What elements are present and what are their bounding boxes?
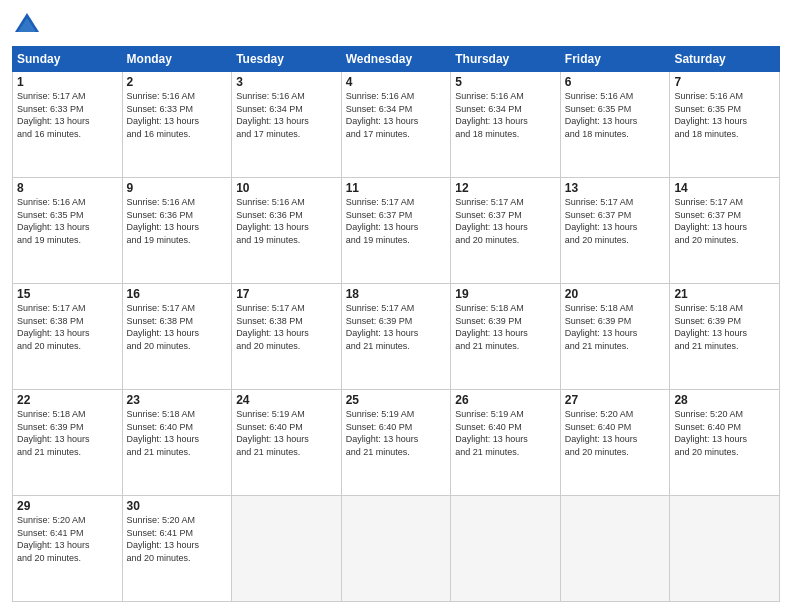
day-number: 11	[346, 181, 447, 195]
day-info: Sunrise: 5:20 AMSunset: 6:41 PMDaylight:…	[17, 514, 118, 564]
day-info: Sunrise: 5:16 AMSunset: 6:34 PMDaylight:…	[236, 90, 337, 140]
calendar-cell: 25Sunrise: 5:19 AMSunset: 6:40 PMDayligh…	[341, 390, 451, 496]
calendar-cell: 7Sunrise: 5:16 AMSunset: 6:35 PMDaylight…	[670, 72, 780, 178]
day-info: Sunrise: 5:19 AMSunset: 6:40 PMDaylight:…	[455, 408, 556, 458]
calendar-cell: 16Sunrise: 5:17 AMSunset: 6:38 PMDayligh…	[122, 284, 232, 390]
calendar-cell: 10Sunrise: 5:16 AMSunset: 6:36 PMDayligh…	[232, 178, 342, 284]
day-info: Sunrise: 5:16 AMSunset: 6:34 PMDaylight:…	[346, 90, 447, 140]
day-number: 21	[674, 287, 775, 301]
day-number: 15	[17, 287, 118, 301]
calendar-week-1: 1Sunrise: 5:17 AMSunset: 6:33 PMDaylight…	[13, 72, 780, 178]
calendar-cell: 8Sunrise: 5:16 AMSunset: 6:35 PMDaylight…	[13, 178, 123, 284]
day-info: Sunrise: 5:16 AMSunset: 6:35 PMDaylight:…	[565, 90, 666, 140]
column-header-thursday: Thursday	[451, 47, 561, 72]
calendar-cell: 24Sunrise: 5:19 AMSunset: 6:40 PMDayligh…	[232, 390, 342, 496]
calendar-cell: 4Sunrise: 5:16 AMSunset: 6:34 PMDaylight…	[341, 72, 451, 178]
column-header-saturday: Saturday	[670, 47, 780, 72]
calendar-cell	[232, 496, 342, 602]
day-info: Sunrise: 5:16 AMSunset: 6:35 PMDaylight:…	[17, 196, 118, 246]
day-number: 30	[127, 499, 228, 513]
day-info: Sunrise: 5:17 AMSunset: 6:33 PMDaylight:…	[17, 90, 118, 140]
day-number: 23	[127, 393, 228, 407]
calendar-cell: 26Sunrise: 5:19 AMSunset: 6:40 PMDayligh…	[451, 390, 561, 496]
calendar-week-5: 29Sunrise: 5:20 AMSunset: 6:41 PMDayligh…	[13, 496, 780, 602]
day-info: Sunrise: 5:18 AMSunset: 6:39 PMDaylight:…	[674, 302, 775, 352]
calendar-cell: 9Sunrise: 5:16 AMSunset: 6:36 PMDaylight…	[122, 178, 232, 284]
day-info: Sunrise: 5:17 AMSunset: 6:37 PMDaylight:…	[346, 196, 447, 246]
day-number: 9	[127, 181, 228, 195]
calendar-cell: 27Sunrise: 5:20 AMSunset: 6:40 PMDayligh…	[560, 390, 670, 496]
day-number: 24	[236, 393, 337, 407]
day-info: Sunrise: 5:18 AMSunset: 6:39 PMDaylight:…	[17, 408, 118, 458]
day-number: 25	[346, 393, 447, 407]
calendar-cell: 14Sunrise: 5:17 AMSunset: 6:37 PMDayligh…	[670, 178, 780, 284]
calendar-cell: 2Sunrise: 5:16 AMSunset: 6:33 PMDaylight…	[122, 72, 232, 178]
calendar-cell	[451, 496, 561, 602]
calendar-cell: 29Sunrise: 5:20 AMSunset: 6:41 PMDayligh…	[13, 496, 123, 602]
day-number: 12	[455, 181, 556, 195]
calendar-week-4: 22Sunrise: 5:18 AMSunset: 6:39 PMDayligh…	[13, 390, 780, 496]
day-info: Sunrise: 5:18 AMSunset: 6:39 PMDaylight:…	[455, 302, 556, 352]
day-info: Sunrise: 5:17 AMSunset: 6:37 PMDaylight:…	[674, 196, 775, 246]
calendar-cell: 6Sunrise: 5:16 AMSunset: 6:35 PMDaylight…	[560, 72, 670, 178]
day-number: 1	[17, 75, 118, 89]
day-number: 20	[565, 287, 666, 301]
calendar-cell: 30Sunrise: 5:20 AMSunset: 6:41 PMDayligh…	[122, 496, 232, 602]
day-info: Sunrise: 5:20 AMSunset: 6:41 PMDaylight:…	[127, 514, 228, 564]
day-info: Sunrise: 5:19 AMSunset: 6:40 PMDaylight:…	[236, 408, 337, 458]
day-info: Sunrise: 5:17 AMSunset: 6:37 PMDaylight:…	[565, 196, 666, 246]
calendar-cell: 1Sunrise: 5:17 AMSunset: 6:33 PMDaylight…	[13, 72, 123, 178]
calendar-week-3: 15Sunrise: 5:17 AMSunset: 6:38 PMDayligh…	[13, 284, 780, 390]
day-number: 22	[17, 393, 118, 407]
calendar-cell: 22Sunrise: 5:18 AMSunset: 6:39 PMDayligh…	[13, 390, 123, 496]
column-header-sunday: Sunday	[13, 47, 123, 72]
day-number: 13	[565, 181, 666, 195]
calendar-cell	[670, 496, 780, 602]
day-info: Sunrise: 5:18 AMSunset: 6:39 PMDaylight:…	[565, 302, 666, 352]
calendar-cell: 19Sunrise: 5:18 AMSunset: 6:39 PMDayligh…	[451, 284, 561, 390]
day-number: 10	[236, 181, 337, 195]
day-info: Sunrise: 5:20 AMSunset: 6:40 PMDaylight:…	[565, 408, 666, 458]
day-number: 18	[346, 287, 447, 301]
column-header-friday: Friday	[560, 47, 670, 72]
day-number: 3	[236, 75, 337, 89]
day-number: 27	[565, 393, 666, 407]
day-info: Sunrise: 5:17 AMSunset: 6:38 PMDaylight:…	[17, 302, 118, 352]
day-info: Sunrise: 5:17 AMSunset: 6:37 PMDaylight:…	[455, 196, 556, 246]
day-info: Sunrise: 5:18 AMSunset: 6:40 PMDaylight:…	[127, 408, 228, 458]
calendar-cell	[341, 496, 451, 602]
day-number: 26	[455, 393, 556, 407]
day-info: Sunrise: 5:17 AMSunset: 6:39 PMDaylight:…	[346, 302, 447, 352]
logo	[12, 10, 46, 40]
day-number: 5	[455, 75, 556, 89]
day-info: Sunrise: 5:16 AMSunset: 6:36 PMDaylight:…	[236, 196, 337, 246]
calendar-cell: 20Sunrise: 5:18 AMSunset: 6:39 PMDayligh…	[560, 284, 670, 390]
day-number: 7	[674, 75, 775, 89]
calendar-table: SundayMondayTuesdayWednesdayThursdayFrid…	[12, 46, 780, 602]
day-info: Sunrise: 5:16 AMSunset: 6:33 PMDaylight:…	[127, 90, 228, 140]
day-info: Sunrise: 5:19 AMSunset: 6:40 PMDaylight:…	[346, 408, 447, 458]
calendar-cell: 18Sunrise: 5:17 AMSunset: 6:39 PMDayligh…	[341, 284, 451, 390]
day-info: Sunrise: 5:16 AMSunset: 6:35 PMDaylight:…	[674, 90, 775, 140]
column-header-monday: Monday	[122, 47, 232, 72]
calendar-header-row: SundayMondayTuesdayWednesdayThursdayFrid…	[13, 47, 780, 72]
day-number: 2	[127, 75, 228, 89]
day-number: 19	[455, 287, 556, 301]
calendar-cell: 15Sunrise: 5:17 AMSunset: 6:38 PMDayligh…	[13, 284, 123, 390]
calendar-cell: 17Sunrise: 5:17 AMSunset: 6:38 PMDayligh…	[232, 284, 342, 390]
day-info: Sunrise: 5:16 AMSunset: 6:34 PMDaylight:…	[455, 90, 556, 140]
day-info: Sunrise: 5:20 AMSunset: 6:40 PMDaylight:…	[674, 408, 775, 458]
day-number: 14	[674, 181, 775, 195]
calendar-cell	[560, 496, 670, 602]
day-info: Sunrise: 5:17 AMSunset: 6:38 PMDaylight:…	[127, 302, 228, 352]
day-number: 29	[17, 499, 118, 513]
day-info: Sunrise: 5:16 AMSunset: 6:36 PMDaylight:…	[127, 196, 228, 246]
calendar-cell: 12Sunrise: 5:17 AMSunset: 6:37 PMDayligh…	[451, 178, 561, 284]
calendar-cell: 21Sunrise: 5:18 AMSunset: 6:39 PMDayligh…	[670, 284, 780, 390]
day-number: 8	[17, 181, 118, 195]
calendar-cell: 23Sunrise: 5:18 AMSunset: 6:40 PMDayligh…	[122, 390, 232, 496]
day-number: 17	[236, 287, 337, 301]
page: SundayMondayTuesdayWednesdayThursdayFrid…	[0, 0, 792, 612]
calendar-cell: 13Sunrise: 5:17 AMSunset: 6:37 PMDayligh…	[560, 178, 670, 284]
calendar-cell: 5Sunrise: 5:16 AMSunset: 6:34 PMDaylight…	[451, 72, 561, 178]
